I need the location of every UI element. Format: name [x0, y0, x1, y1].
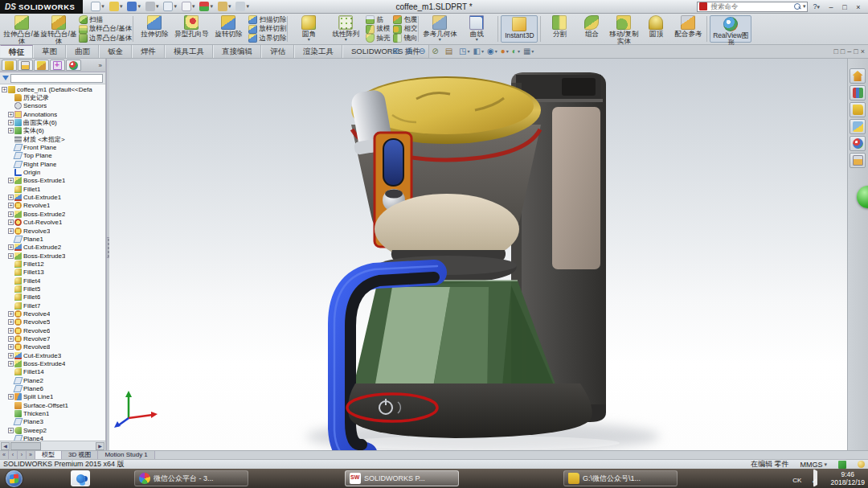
taskbar-clock[interactable]: 9:46 2018/12/19 — [830, 470, 868, 486]
chevron-down-icon[interactable]: ▾ — [439, 38, 441, 42]
ribbon-button[interactable]: 拉伸切除 ▾ — [136, 14, 173, 43]
tree-item[interactable]: + Revolve3 — [2, 227, 105, 235]
doc-icon[interactable]: □ — [841, 47, 845, 56]
chevron-down-icon[interactable]: ▾ — [101, 3, 104, 10]
tab-scroll-button[interactable]: » — [27, 451, 35, 459]
view-tool-button[interactable]: ◧ ▾ — [473, 46, 485, 57]
realview-button[interactable]: RealView图形 — [710, 15, 751, 43]
chevron-down-icon[interactable]: ▾ — [210, 3, 213, 10]
expand-icon[interactable]: + — [8, 219, 14, 225]
tree-item[interactable]: + Cut-Extrude1 — [2, 193, 105, 201]
tree-item[interactable]: + Fillet12 — [2, 260, 105, 268]
tree-item[interactable]: + Revolve5 — [2, 318, 105, 326]
ribbon-button[interactable]: 圆角 ▾ — [290, 14, 327, 43]
tree-item[interactable]: + Revolve8 — [2, 343, 105, 351]
ribbon-tab[interactable]: 模具工具 — [165, 45, 213, 58]
quick-access-button[interactable]: ▾ — [125, 2, 142, 11]
ribbon-button[interactable]: 包覆 — [393, 15, 417, 24]
chevron-down-icon[interactable]: ▾ — [476, 38, 478, 42]
manager-tab[interactable] — [2, 59, 17, 71]
expand-icon[interactable]: + — [8, 120, 14, 125]
tree-item[interactable]: + Split Line1 — [2, 393, 105, 401]
model-tab[interactable]: 模型 — [35, 451, 62, 459]
tab-scroll-button[interactable]: ‹ — [9, 451, 18, 459]
tree-item[interactable]: + Plane6 — [2, 384, 105, 392]
quick-access-button[interactable]: ▾ — [234, 2, 251, 11]
ribbon-tab[interactable]: 曲面 — [66, 45, 99, 58]
minimize-button[interactable]: – — [825, 2, 837, 12]
tree-item[interactable]: + Sweep2 — [2, 426, 105, 434]
task-pane-tab[interactable] — [850, 102, 866, 117]
chevron-down-icon[interactable]: ▾ — [156, 3, 159, 10]
expand-icon[interactable]: + — [8, 112, 14, 117]
quick-access-button[interactable]: ▾ — [162, 2, 178, 11]
quick-access-button[interactable]: ▾ — [144, 2, 161, 11]
tree-item[interactable]: + Boss-Extrude4 — [2, 359, 105, 367]
overflow-chevron-icon[interactable]: » — [99, 62, 104, 69]
view-tool-button[interactable]: ◐ ▾ — [511, 46, 521, 57]
chevron-down-icon[interactable]: ▾ — [137, 3, 141, 10]
task-pane-tab[interactable] — [850, 119, 866, 134]
tree-item[interactable]: + Top Plane — [2, 152, 105, 160]
chevron-down-icon[interactable]: ▾ — [531, 50, 534, 54]
view-tool-button[interactable]: ⊕ ▾ — [404, 46, 416, 57]
tree-item[interactable]: + Origin — [2, 168, 105, 176]
ribbon-button[interactable]: 曲线 ▾ — [458, 14, 495, 43]
instant3d-button[interactable]: Instant3D — [501, 15, 538, 43]
ribbon-tab[interactable]: 钣金 — [99, 45, 132, 58]
ribbon-button[interactable]: 圆顶 — [640, 14, 672, 43]
tab-scroll-button[interactable]: « — [0, 451, 9, 459]
view-tool-button[interactable]: ◉ ▾ — [486, 46, 498, 57]
ribbon-button[interactable]: 移动/复制实体 — [608, 14, 640, 43]
expand-icon[interactable]: + — [8, 203, 14, 208]
taskbar-window-button[interactable]: 微信公众平台 - 3... — [134, 470, 248, 486]
expand-icon[interactable]: + — [8, 353, 14, 359]
chevron-down-icon[interactable]: ▾ — [803, 3, 806, 10]
chevron-down-icon[interactable]: ▾ — [824, 461, 827, 468]
tree-item[interactable]: + Surface-Offset1 — [2, 401, 105, 409]
doc-minimize-button[interactable]: – — [847, 47, 851, 56]
chevron-down-icon[interactable]: ▾ — [192, 3, 195, 10]
tree-item[interactable]: + Revolve4 — [2, 310, 105, 318]
view-tool-button[interactable]: ● ▾ — [500, 46, 510, 57]
quick-access-button[interactable]: ▾ — [198, 2, 215, 11]
ribbon-button[interactable]: 旋转切除 ▾ — [210, 14, 247, 43]
task-pane-tab[interactable] — [850, 153, 866, 168]
quick-access-button[interactable]: ▾ — [216, 2, 233, 11]
graphics-viewport[interactable] — [109, 59, 847, 450]
chevron-down-icon[interactable]: ▾ — [345, 38, 347, 42]
tree-item[interactable]: + Fillet4 — [2, 277, 105, 285]
tree-item[interactable]: + Front Plane — [2, 143, 105, 151]
model-tab[interactable]: 3D 视图 — [62, 451, 98, 459]
expand-icon[interactable]: + — [8, 328, 14, 334]
tree-item[interactable]: + Sensors — [2, 102, 105, 110]
manager-tab[interactable] — [18, 59, 33, 71]
chevron-down-icon[interactable]: ▾ — [481, 50, 484, 54]
expand-icon[interactable]: + — [8, 195, 14, 200]
ribbon-tab[interactable]: 渲染工具 — [294, 45, 342, 58]
ribbon-button[interactable]: 扫描 — [79, 15, 132, 24]
expand-icon[interactable]: + — [8, 319, 14, 325]
tree-item[interactable]: + Plane4 — [2, 434, 105, 441]
tree-item[interactable]: + Revolve6 — [2, 326, 105, 334]
tree-item[interactable]: + 曲面实体(6) — [2, 118, 105, 126]
tree-item[interactable]: + Cut-Extrude2 — [2, 244, 105, 252]
ribbon-button[interactable]: 镜向 — [393, 34, 417, 43]
chevron-down-icon[interactable]: ▾ — [468, 50, 470, 54]
view-tool-button[interactable]: ◳ ▾ — [458, 46, 470, 57]
ribbon-button[interactable]: 放样切割 — [248, 25, 286, 34]
ribbon-button[interactable]: 放样凸台/基体 — [79, 25, 132, 34]
expand-icon[interactable]: + — [8, 394, 14, 400]
units-selector[interactable]: MMGS ▾ — [800, 461, 827, 469]
expand-icon[interactable]: + — [8, 244, 14, 250]
help-button[interactable]: ?▾ — [811, 2, 821, 10]
tree-item[interactable]: + Plane2 — [2, 376, 105, 384]
expand-icon[interactable]: + — [2, 87, 7, 92]
tree-item[interactable]: + 材质 <未指定> — [2, 135, 105, 143]
tree-item[interactable]: + Fillet13 — [2, 269, 105, 277]
manager-tab[interactable] — [34, 59, 49, 71]
ribbon-tab[interactable]: 评估 — [261, 45, 294, 58]
tree-horizontal-scrollbar[interactable]: ◀ ▶ — [0, 441, 105, 450]
scroll-left-icon[interactable]: ◀ — [1, 442, 10, 450]
tree-item[interactable]: + Thicken1 — [2, 409, 105, 417]
